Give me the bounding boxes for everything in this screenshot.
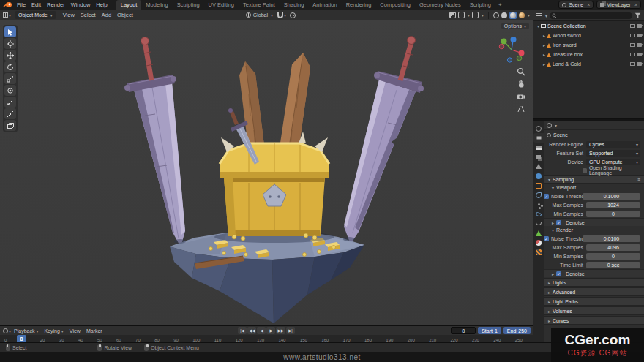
filter-funnel-icon[interactable] — [634, 12, 641, 19]
collapsed-section-header[interactable]: ▸ Volumes — [544, 306, 644, 315]
feature-set-dropdown[interactable]: Supported▾ — [586, 150, 640, 157]
render-min-samples-field[interactable]: 0 — [586, 253, 640, 260]
outliner-editor-icon[interactable] — [536, 13, 542, 18]
shading-material-active[interactable] — [509, 12, 517, 19]
tab-physics[interactable] — [533, 209, 544, 219]
camera-view-icon[interactable] — [517, 92, 525, 101]
viewport-denoise-header[interactable]: ▸ ✓ Denoise — [544, 218, 644, 226]
outliner-object-row[interactable]: ▸ Wood sword — [533, 31, 644, 40]
shading-caret[interactable]: ▾ — [528, 12, 530, 18]
transport-button[interactable]: |◀ — [238, 327, 247, 334]
perspective-toggle-icon[interactable] — [517, 105, 525, 113]
navigation-gizmo[interactable] — [497, 35, 526, 64]
tab-view-layer[interactable] — [533, 152, 544, 162]
orientation-dropdown[interactable]: Global ▾ — [246, 12, 273, 18]
app-menu-item[interactable]: Help — [93, 1, 110, 8]
render-visibility-icon[interactable] — [637, 62, 642, 66]
tool-move[interactable] — [4, 50, 16, 61]
render-engine-dropdown[interactable]: Cycles▾ — [586, 141, 640, 148]
viewlayer-remove-button[interactable]: × — [634, 2, 637, 7]
viewport-noise-threshold-field[interactable]: 0.1000 — [583, 193, 640, 200]
tab-material[interactable] — [533, 238, 544, 247]
gizmos-caret[interactable]: ▾ — [482, 12, 484, 18]
playback-menu[interactable]: Playback▾ — [11, 328, 41, 333]
workspace-tab[interactable]: Shading — [280, 0, 309, 10]
tab-particles[interactable] — [533, 200, 544, 209]
viewport-3d[interactable]: Options ▾ — [0, 20, 533, 325]
workspace-tab[interactable]: Animation — [308, 0, 341, 10]
outliner-row-scene-collection[interactable]: ▾ Scene Collection — [533, 21, 644, 31]
tab-texture[interactable] — [533, 247, 544, 257]
sampling-section-header[interactable]: ▾ Sampling ≡ — [544, 175, 644, 184]
object-expand-caret[interactable]: ▸ — [543, 33, 545, 38]
visibility-icon[interactable] — [630, 62, 635, 66]
render-max-samples-field[interactable]: 4096 — [586, 244, 640, 251]
shading-wireframe-icon[interactable] — [493, 12, 499, 18]
collapsed-section-header[interactable]: ▸ Curves — [544, 316, 644, 325]
tool-cursor[interactable] — [4, 38, 16, 49]
tab-tool[interactable] — [533, 124, 544, 133]
pan-hand-icon[interactable] — [517, 80, 525, 88]
collection-expand-caret[interactable]: ▾ — [537, 23, 539, 29]
current-frame-field[interactable]: 8 — [451, 327, 476, 334]
keying-menu[interactable]: Keying▾ — [41, 328, 66, 333]
collapsed-section-header[interactable]: ▸ Lights — [544, 278, 644, 287]
viewport-max-samples-field[interactable]: 1024 — [586, 202, 640, 208]
zoom-icon[interactable] — [517, 67, 525, 76]
transport-button[interactable]: ▶| — [286, 327, 295, 334]
workspace-tab[interactable]: Layout — [116, 0, 142, 10]
render-visibility-icon[interactable] — [637, 43, 642, 47]
presets-menu-icon[interactable]: ≡ — [637, 177, 640, 182]
visibility-icon[interactable] — [630, 34, 635, 37]
scene-unlink-button[interactable]: × — [587, 2, 590, 7]
noise-threshold-checkbox[interactable]: ✓ — [544, 236, 549, 241]
transport-button[interactable]: ◀ — [258, 327, 266, 334]
workspace-tab[interactable]: Scripting — [465, 0, 495, 10]
visibility-icon[interactable] — [630, 53, 635, 56]
proportional-edit-icon[interactable] — [290, 12, 296, 18]
view-menu[interactable]: View — [67, 328, 83, 333]
object-expand-caret[interactable]: ▸ — [543, 52, 545, 57]
app-menu-item[interactable]: Edit — [29, 1, 44, 8]
device-dropdown[interactable]: GPU Compute▾ — [586, 159, 640, 165]
tool-measure[interactable] — [4, 108, 16, 119]
object-expand-caret[interactable]: ▸ — [543, 42, 545, 48]
snap-caret[interactable]: ▾ — [284, 12, 286, 18]
transport-button[interactable]: ◀◀ — [247, 327, 256, 334]
tool-add-cube[interactable] — [4, 120, 16, 131]
tool-transform[interactable] — [4, 85, 16, 96]
render-subsection-header[interactable]: ▾ Render — [544, 226, 644, 234]
frame-start-field[interactable]: Start1 — [478, 327, 501, 334]
workspace-tab[interactable]: Modeling — [141, 0, 172, 10]
tool-annotate[interactable] — [4, 97, 16, 108]
visibility-icon[interactable] — [630, 43, 635, 47]
add-workspace-button[interactable]: + — [495, 1, 505, 8]
timeline-editor-icon[interactable] — [3, 328, 8, 333]
shading-rendered-icon[interactable] — [519, 12, 525, 18]
viewport-menu-item[interactable]: Select — [78, 12, 99, 18]
viewport-canvas[interactable] — [0, 20, 533, 325]
scene-selector[interactable]: Scene × — [558, 1, 594, 9]
tab-modifiers[interactable] — [533, 190, 544, 200]
visibility-icon[interactable] — [630, 24, 635, 28]
transport-button[interactable]: ▶ — [267, 327, 276, 334]
viewport-min-samples-field[interactable]: 0 — [586, 211, 640, 217]
mode-dropdown[interactable]: Object Mode ▾ — [15, 11, 56, 19]
outliner-object-row[interactable]: ▸ Land & Gold — [533, 59, 644, 69]
overlays-toggle-icon[interactable] — [458, 12, 465, 18]
viewport-options-button[interactable]: Options ▾ — [501, 23, 529, 29]
editor-type-icon[interactable] — [3, 12, 8, 18]
tool-rotate[interactable] — [4, 61, 16, 72]
tab-object-data[interactable] — [533, 228, 544, 238]
shading-solid-icon[interactable] — [501, 12, 507, 18]
workspace-tab[interactable]: UV Editing — [204, 0, 239, 10]
outliner-search-input[interactable] — [550, 12, 632, 19]
frame-end-field[interactable]: End250 — [503, 327, 531, 334]
collapsed-section-header[interactable]: ▸ Light Paths — [544, 297, 644, 306]
time-limit-field[interactable]: 0 sec — [586, 262, 640, 268]
viewport-menu-item[interactable]: View — [60, 12, 78, 18]
gizmos-toggle-icon[interactable] — [472, 12, 479, 18]
render-visibility-icon[interactable] — [637, 24, 642, 28]
workspace-tab[interactable]: Compositing — [375, 0, 415, 10]
viewlayer-selector[interactable]: ViewLayer × — [596, 1, 641, 9]
